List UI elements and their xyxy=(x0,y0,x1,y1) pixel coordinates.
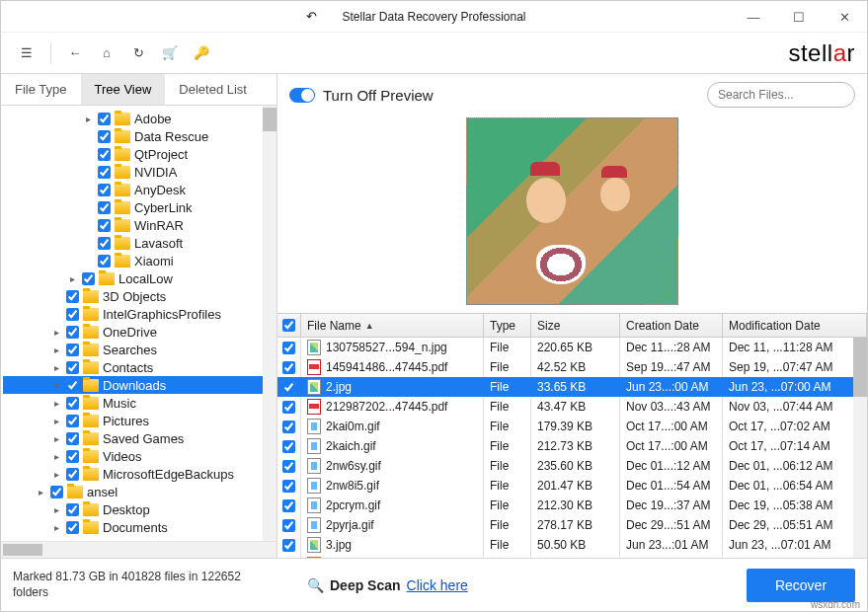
tree-scroll-thumb[interactable] xyxy=(263,108,276,131)
tree-checkbox[interactable] xyxy=(66,379,79,392)
tree-scrollbar[interactable] xyxy=(263,106,276,541)
maximize-button[interactable]: ☐ xyxy=(776,1,822,33)
row-checkbox[interactable] xyxy=(282,499,295,512)
recover-button[interactable]: Recover xyxy=(747,569,855,602)
file-row[interactable]: 3.jpgFile50.50 KBJun 23...:01 AMJun 23, … xyxy=(277,535,867,555)
tree-checkbox[interactable] xyxy=(98,237,111,250)
tree-checkbox[interactable] xyxy=(66,361,79,374)
tree-checkbox[interactable] xyxy=(66,290,79,303)
tree-item[interactable]: ▸Pictures xyxy=(3,412,276,429)
grid-scrollbar[interactable] xyxy=(853,338,867,558)
tree-checkbox[interactable] xyxy=(66,468,79,481)
tree-item[interactable]: ▸MicrosoftEdgeBackups xyxy=(3,465,276,483)
tab-file-type[interactable]: File Type xyxy=(1,74,81,105)
tree-checkbox[interactable] xyxy=(98,184,111,196)
file-row[interactable]: 2pcrym.gifFile212.30 KBDec 19...:37 AMDe… xyxy=(277,496,867,515)
expand-icon[interactable]: ▸ xyxy=(50,504,62,515)
row-checkbox[interactable] xyxy=(282,440,295,453)
tree-item[interactable]: ▸LocalLow xyxy=(3,269,276,287)
tree-checkbox[interactable] xyxy=(98,130,111,143)
tree-checkbox[interactable] xyxy=(98,201,111,214)
tree-checkbox[interactable] xyxy=(66,344,79,356)
expand-icon[interactable]: ▸ xyxy=(50,398,62,409)
row-checkbox[interactable] xyxy=(282,421,295,433)
home-button[interactable]: ⌂ xyxy=(93,39,120,67)
file-row[interactable]: 2kaich.gifFile212.73 KBOct 17...:00 AMOc… xyxy=(277,436,867,456)
tree-checkbox[interactable] xyxy=(98,219,111,232)
tree-item[interactable]: ▸Music xyxy=(3,394,276,412)
tree-checkbox[interactable] xyxy=(98,166,111,179)
refresh-button[interactable]: ↻ xyxy=(124,39,152,67)
tree-item[interactable]: ▸Saved Games xyxy=(3,429,276,447)
expand-icon[interactable]: ▸ xyxy=(50,327,62,338)
tab-tree-view[interactable]: Tree View xyxy=(81,74,166,105)
row-checkbox[interactable] xyxy=(282,401,295,414)
tab-deleted-list[interactable]: Deleted List xyxy=(165,74,261,105)
tree-item[interactable]: ▸Videos xyxy=(3,447,276,465)
header-checkbox[interactable] xyxy=(277,314,301,337)
file-row[interactable]: 2kai0m.gifFile179.39 KBOct 17...:00 AMOc… xyxy=(277,417,867,436)
tree-checkbox[interactable] xyxy=(50,486,63,498)
expand-icon[interactable]: ▸ xyxy=(50,433,62,444)
tree-item[interactable]: NVIDIA xyxy=(3,163,276,181)
row-checkbox[interactable] xyxy=(282,342,295,354)
tree-checkbox[interactable] xyxy=(82,272,95,285)
file-row[interactable]: 2.jpgFile33.65 KBJun 23...:00 AMJun 23, … xyxy=(277,377,867,397)
row-checkbox[interactable] xyxy=(282,381,295,394)
file-row[interactable]: 145941486...47445.pdfFile42.52 KBSep 19.… xyxy=(277,357,867,377)
expand-icon[interactable]: ▸ xyxy=(35,487,46,497)
tree-item[interactable]: ▸Documents xyxy=(3,518,276,536)
tree-item[interactable]: ▸OneDrive xyxy=(3,323,276,341)
expand-icon[interactable]: ▸ xyxy=(66,273,78,284)
expand-icon[interactable]: ▸ xyxy=(50,451,62,462)
row-checkbox[interactable] xyxy=(282,460,295,473)
tree-item[interactable]: ▾Downloads xyxy=(3,376,276,394)
tree-item[interactable]: QtProject xyxy=(3,145,276,163)
tree-checkbox[interactable] xyxy=(66,326,79,339)
back-button[interactable]: ← xyxy=(61,39,89,67)
tree-checkbox[interactable] xyxy=(66,450,79,463)
tree-checkbox[interactable] xyxy=(98,113,111,125)
tree-checkbox[interactable] xyxy=(66,521,79,534)
expand-icon[interactable]: ▸ xyxy=(50,344,62,355)
file-row[interactable]: 30s.mp4File12.12 MBDec 13...:59 AMDec 14… xyxy=(277,555,867,558)
row-checkbox[interactable] xyxy=(282,480,295,493)
file-row[interactable]: 212987202...47445.pdfFile43.47 KBNov 03.… xyxy=(277,397,867,417)
tree-checkbox[interactable] xyxy=(98,255,111,268)
search-box[interactable]: 🔍 xyxy=(707,82,855,108)
grid-body[interactable]: 130758527...594_n.jpgFile220.65 KBDec 11… xyxy=(277,338,867,558)
header-size[interactable]: Size xyxy=(531,314,620,337)
header-modification-date[interactable]: Modification Date xyxy=(723,314,867,337)
key-button[interactable]: 🔑 xyxy=(188,39,215,67)
tree-item[interactable]: Xiaomi xyxy=(3,252,276,269)
tree-checkbox[interactable] xyxy=(66,397,79,410)
tree-item[interactable]: ▸ansel xyxy=(3,483,276,500)
row-checkbox[interactable] xyxy=(282,539,295,552)
tree-item[interactable]: ▸Contacts xyxy=(3,358,276,376)
tree-item[interactable]: Data Rescue xyxy=(3,127,276,145)
tree-checkbox[interactable] xyxy=(66,308,79,321)
folder-tree[interactable]: ▸AdobeData RescueQtProjectNVIDIAAnyDeskC… xyxy=(1,106,276,541)
row-checkbox[interactable] xyxy=(282,519,295,532)
tree-item[interactable]: IntelGraphicsProfiles xyxy=(3,305,276,323)
tree-item[interactable]: ▸Searches xyxy=(3,341,276,358)
deep-scan-link[interactable]: Click here xyxy=(407,577,468,593)
tree-checkbox[interactable] xyxy=(66,432,79,445)
tree-item[interactable]: WinRAR xyxy=(3,216,276,234)
tree-item[interactable]: ▸Desktop xyxy=(3,500,276,518)
preview-toggle[interactable] xyxy=(289,88,315,103)
tree-hscroll-thumb[interactable] xyxy=(3,544,42,556)
file-row[interactable]: 130758527...594_n.jpgFile220.65 KBDec 11… xyxy=(277,338,867,357)
expand-icon[interactable]: ▸ xyxy=(50,416,62,426)
expand-icon[interactable]: ▾ xyxy=(50,380,62,391)
file-row[interactable]: 2nw8i5.gifFile201.47 KBDec 01...:54 AMDe… xyxy=(277,476,867,496)
expand-icon[interactable]: ▸ xyxy=(50,522,62,533)
tree-item[interactable]: CyberLink xyxy=(3,198,276,216)
tree-checkbox[interactable] xyxy=(66,415,79,427)
header-creation-date[interactable]: Creation Date xyxy=(620,314,723,337)
expand-icon[interactable]: ▸ xyxy=(50,362,62,373)
minimize-button[interactable]: — xyxy=(731,1,776,33)
header-type[interactable]: Type xyxy=(484,314,531,337)
header-filename[interactable]: File Name▲ xyxy=(301,314,484,337)
expand-icon[interactable]: ▸ xyxy=(82,114,94,124)
